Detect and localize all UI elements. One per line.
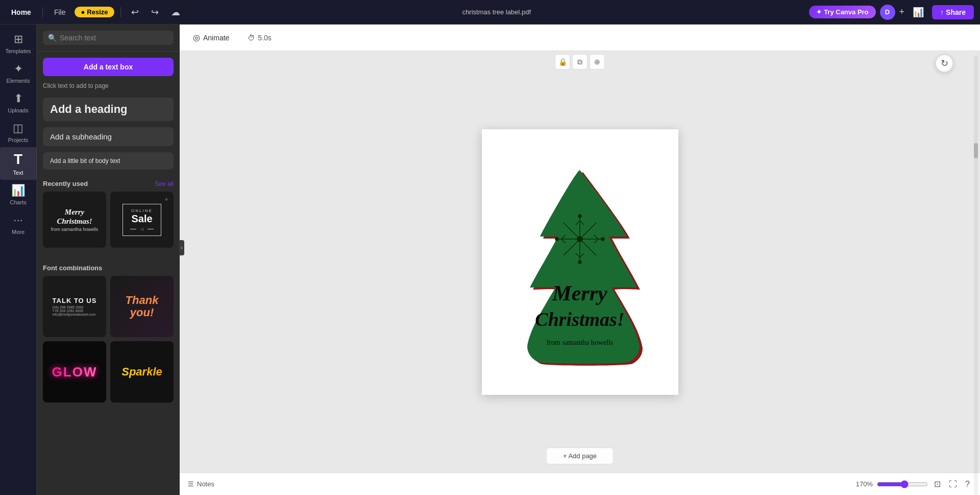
font-card-thankyou-text: Thankyou! <box>126 294 159 319</box>
time-button[interactable]: ⏱ 5.0s <box>242 31 276 45</box>
sidebar-item-more[interactable]: ··· More <box>0 209 37 239</box>
click-hint: Click text to add to page <box>37 82 180 96</box>
sidebar-icons: ⊞ Templates ✦ Elements ⬆ Uploads ◫ Proje… <box>0 25 37 495</box>
font-card-glow-text: GLOW <box>52 364 97 380</box>
scrollbar-track <box>974 55 978 495</box>
scrollbar-thumb <box>974 143 978 158</box>
sidebar-item-elements-label: Elements <box>7 78 30 84</box>
template-christmas-text1: MerryChristmas! <box>57 207 92 226</box>
font-card-talk[interactable]: TALK TO US (04) 298 3985 2092+76 209 109… <box>43 276 106 337</box>
tree-container: Merry Christmas! from samantha howells <box>482 129 678 395</box>
body-option[interactable]: Add a little bit of body text <box>43 152 174 170</box>
font-card-sparkle[interactable]: Sparkle <box>110 341 174 403</box>
sidebar-item-templates[interactable]: ⊞ Templates <box>0 29 37 58</box>
sale-online-text: ONLINE <box>130 208 154 213</box>
sidebar-item-more-label: More <box>12 229 24 235</box>
recently-used-grid: MerryChristmas! from samantha howells ON… <box>37 192 180 256</box>
topbar: Home File ● Resize ↩ ↪ ☁ christmas tree … <box>0 0 980 25</box>
font-card-talk-content: TALK TO US (04) 298 3985 2092+76 209 109… <box>53 297 97 316</box>
fullscreen-button[interactable]: ⛶ <box>947 478 959 491</box>
filename: christmas tree label.pdf <box>462 8 531 16</box>
svg-text:Christmas!: Christmas! <box>535 309 624 330</box>
sidebar-item-projects-label: Projects <box>8 137 29 143</box>
heading-option[interactable]: Add a heading <box>43 98 174 121</box>
search-wrap: 🔍 <box>43 31 174 45</box>
search-input[interactable] <box>60 34 168 42</box>
share-label: Share <box>946 8 966 16</box>
notes-button[interactable]: ☰ Notes <box>188 480 214 488</box>
add-section-button[interactable]: ⊕ <box>590 54 605 69</box>
font-combos-grid: TALK TO US (04) 298 3985 2092+76 209 109… <box>37 276 180 411</box>
search-section: 🔍 <box>37 25 180 52</box>
font-card-sparkle-text: Sparkle <box>121 365 162 379</box>
zoom-slider[interactable] <box>877 480 928 488</box>
lock-page-button[interactable]: 🔒 <box>555 54 570 69</box>
add-page-button[interactable]: + Add page <box>546 447 614 464</box>
help-button[interactable]: ? <box>963 478 972 491</box>
sidebar-item-charts[interactable]: 📊 Charts <box>0 180 37 209</box>
uploads-icon: ⬆ <box>14 92 23 105</box>
svg-point-12 <box>577 237 582 242</box>
main-layout: ⊞ Templates ✦ Elements ⬆ Uploads ◫ Proje… <box>0 25 980 495</box>
notes-label: Notes <box>197 480 214 488</box>
svg-point-14 <box>578 261 581 264</box>
svg-text:from samantha howells: from samantha howells <box>547 339 614 346</box>
canvapro-button[interactable]: ✦ Try Canva Pro <box>809 6 875 18</box>
text-icon: T <box>14 151 22 168</box>
templates-icon: ⊞ <box>14 33 23 46</box>
animate-button[interactable]: ◎ Animate <box>188 30 234 45</box>
share-button[interactable]: ↑ Share <box>932 5 974 19</box>
recently-used-title: Recently used <box>43 180 88 187</box>
subheading-option[interactable]: Add a subheading <box>43 127 174 146</box>
canvas-content[interactable]: Merry Christmas! from samantha howells <box>180 51 980 473</box>
add-collaborator-button[interactable]: + <box>899 7 905 17</box>
more-icon: ··· <box>13 214 22 227</box>
font-card-thankyou[interactable]: Thankyou! <box>110 276 174 337</box>
font-card-glow[interactable]: GLOW <box>43 341 106 403</box>
christmas-tree-svg: Merry Christmas! from samantha howells <box>503 155 656 369</box>
canvas-area: ◎ Animate ⏱ 5.0s 🔒 ⧉ ⊕ ↻ <box>180 25 980 495</box>
clock-icon: ⏱ <box>248 34 255 42</box>
sidebar-item-text[interactable]: T Text <box>0 147 37 180</box>
time-label: 5.0s <box>258 34 271 42</box>
sidebar-item-uploads[interactable]: ⬆ Uploads <box>0 88 37 117</box>
svg-text:Merry: Merry <box>552 281 607 305</box>
divider2 <box>120 7 121 17</box>
cloud-save-button[interactable]: ☁ <box>167 5 184 20</box>
document-page[interactable]: Merry Christmas! from samantha howells <box>482 129 678 395</box>
search-icon: 🔍 <box>48 34 57 42</box>
svg-point-16 <box>601 238 604 241</box>
sidebar-item-uploads-label: Uploads <box>8 107 28 113</box>
zoom-level: 170% <box>856 480 873 488</box>
divider <box>42 7 43 17</box>
avatar: D <box>880 5 895 20</box>
redo-button[interactable]: ↪ <box>147 5 163 20</box>
template-card-sale[interactable]: ONLINE Sale ◁ ✷ <box>110 192 174 248</box>
analytics-button[interactable]: 📊 <box>909 5 928 20</box>
left-panel: 🔍 Add a text box Click text to add to pa… <box>37 25 180 495</box>
home-button[interactable]: Home <box>6 6 36 18</box>
canvas-scrollbar[interactable] <box>974 55 978 495</box>
collapse-panel-handle[interactable]: ‹ <box>179 240 184 255</box>
font-combinations-title: Font combinations <box>43 264 102 272</box>
canvapro-label: Try Canva Pro <box>824 8 868 16</box>
resize-icon: ● <box>81 8 85 16</box>
sidebar-item-elements[interactable]: ✦ Elements <box>0 58 37 88</box>
see-all-button[interactable]: See all <box>155 180 174 187</box>
fit-page-button[interactable]: ⊡ <box>932 477 943 491</box>
duplicate-page-button[interactable]: ⧉ <box>572 54 587 69</box>
svg-point-13 <box>578 215 581 218</box>
resize-button[interactable]: ● Resize <box>75 7 114 17</box>
file-button[interactable]: File <box>49 6 71 18</box>
add-textbox-button[interactable]: Add a text box <box>43 58 174 76</box>
sidebar-item-projects[interactable]: ◫ Projects <box>0 117 37 147</box>
undo-button[interactable]: ↩ <box>127 5 143 20</box>
elements-icon: ✦ <box>14 62 23 76</box>
sidebar-item-templates-label: Templates <box>5 48 31 54</box>
canvapro-star: ✦ <box>816 8 822 16</box>
font-card-talk-title: TALK TO US <box>53 297 97 304</box>
sidebar-item-text-label: Text <box>13 170 23 176</box>
template-card-christmas[interactable]: MerryChristmas! from samantha howells <box>43 192 106 248</box>
sale-inner: ONLINE Sale ◁ <box>122 204 161 236</box>
font-card-talk-sub: (04) 298 3985 2092+76 209 1092 4095info@… <box>53 305 97 316</box>
